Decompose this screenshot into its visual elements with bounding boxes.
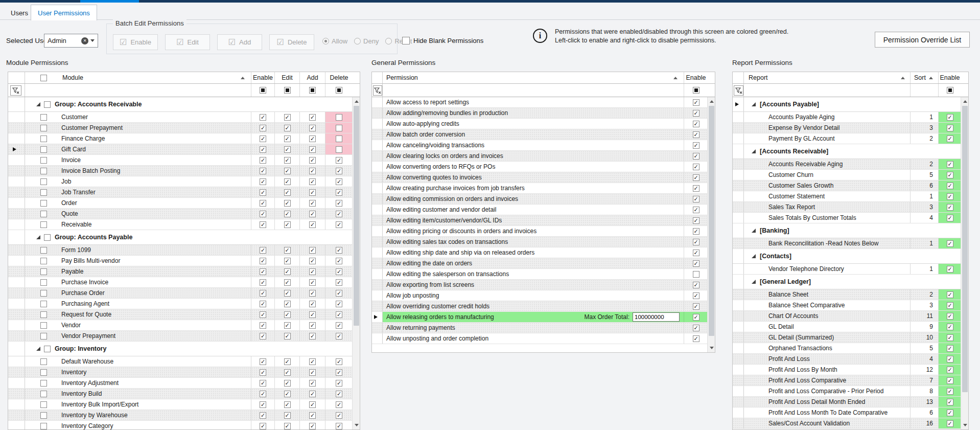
checkbox-checked[interactable]: ✓	[260, 146, 266, 153]
permission-cell-enable[interactable]: ✓	[251, 245, 274, 255]
report-row[interactable]: Profit and Loss Comparative - Prior Peri…	[733, 386, 968, 397]
module-row[interactable]: Purchase Invoice✓✓✓✓	[8, 277, 360, 288]
checkbox-checked[interactable]: ✓	[947, 291, 953, 298]
checkbox-checked[interactable]: ✓	[309, 146, 316, 153]
radio-circle-icon[interactable]	[354, 38, 361, 44]
hide-blank-checkbox[interactable]	[402, 37, 410, 44]
report-row[interactable]: Customer Statement1✓	[733, 191, 968, 202]
permission-cell-enable[interactable]: ✓	[251, 256, 274, 266]
clear-icon[interactable]: ✕	[81, 37, 88, 44]
checkbox-checked[interactable]: ✓	[260, 178, 266, 185]
checkbox-unchecked[interactable]	[336, 114, 342, 121]
permission-cell-delete[interactable]: ✓	[325, 266, 353, 277]
enable-cell[interactable]: ✓	[684, 247, 708, 258]
permission-cell-add[interactable]: ✓	[299, 187, 325, 197]
checkbox-checked[interactable]: ✓	[309, 369, 316, 376]
permission-cell-add[interactable]: ✓	[299, 399, 325, 410]
checkbox-checked[interactable]: ✓	[284, 258, 291, 264]
permission-cell-add[interactable]: ✓	[299, 219, 325, 230]
checkbox-unchecked[interactable]	[40, 290, 47, 297]
module-row[interactable]: Customer✓✓✓	[8, 112, 360, 123]
checkbox-checked[interactable]: ✓	[309, 333, 316, 340]
column-header-enable[interactable]: Enable	[684, 72, 708, 83]
checkbox-checked[interactable]: ✓	[309, 380, 316, 387]
general-permission-row[interactable]: Allow creating purchase invoices from jo…	[372, 183, 715, 194]
general-permission-row[interactable]: Allow batch order conversion✓	[372, 129, 715, 140]
checkbox-checked[interactable]: ✓	[309, 268, 316, 275]
permission-cell-add[interactable]: ✓	[299, 123, 325, 133]
checkbox-checked[interactable]: ✓	[260, 311, 266, 318]
general-permission-row[interactable]: Allow access to report settings✓	[372, 97, 715, 108]
permission-cell-add[interactable]: ✓	[299, 155, 325, 165]
enable-cell[interactable]: ✓	[684, 323, 708, 333]
enable-cell[interactable]: ✓	[684, 258, 708, 268]
select-all-checkbox[interactable]	[693, 87, 699, 94]
checkbox-unchecked[interactable]	[336, 146, 342, 153]
permission-cell-add[interactable]: ✓	[299, 410, 325, 420]
checkbox-checked[interactable]: ✓	[693, 121, 699, 127]
permission-cell-enable[interactable]: ✓	[251, 133, 274, 144]
enable-cell[interactable]: ✓	[938, 300, 961, 310]
report-row[interactable]: Balance Sheet2✓	[733, 289, 968, 300]
checkbox-checked[interactable]: ✓	[284, 178, 291, 185]
checkbox-checked[interactable]: ✓	[336, 211, 342, 217]
permission-cell-edit[interactable]: ✓	[274, 256, 299, 266]
checkbox-checked[interactable]: ✓	[336, 369, 342, 376]
checkbox-checked[interactable]: ✓	[260, 157, 266, 164]
permission-cell-delete[interactable]	[325, 123, 353, 133]
radio-allow[interactable]: Allow	[322, 37, 347, 45]
enable-cell[interactable]: ✓	[938, 322, 961, 332]
checkbox-checked[interactable]: ✓	[260, 380, 266, 387]
enable-cell[interactable]: ✓	[684, 183, 708, 193]
group-expander-icon[interactable]	[36, 102, 40, 106]
enable-cell[interactable]: ✓	[938, 397, 961, 407]
checkbox-checked[interactable]: ✓	[947, 114, 953, 121]
checkbox-checked[interactable]: ✓	[309, 311, 316, 318]
enable-cell[interactable]: ✓	[684, 215, 708, 225]
checkbox-checked[interactable]: ✓	[284, 189, 291, 196]
general-permission-row[interactable]: Allow editing the date on orders✓	[372, 258, 715, 269]
scroll-down-icon[interactable]	[961, 421, 969, 429]
module-row[interactable]: Job✓✓✓✓	[8, 176, 360, 187]
checkbox-checked[interactable]: ✓	[693, 131, 699, 138]
checkbox-checked[interactable]: ✓	[947, 410, 953, 416]
permission-cell-enable[interactable]: ✓	[251, 187, 274, 197]
report-row[interactable]: Profit And Loss Detail Month Ended13✓	[733, 397, 968, 408]
permission-cell-enable[interactable]: ✓	[251, 421, 274, 430]
radio-circle-icon[interactable]	[322, 38, 329, 44]
general-permission-row[interactable]: Allow editing item/customer/vendor/GL ID…	[372, 215, 715, 226]
checkbox-unchecked[interactable]	[40, 168, 47, 174]
general-permission-row[interactable]: Allow editing the salesperson on transac…	[372, 269, 715, 280]
module-row[interactable]: Request for Quote✓✓✓✓	[8, 309, 360, 320]
permission-cell-add[interactable]: ✓	[299, 245, 325, 255]
module-row[interactable]: Payable✓✓✓✓	[8, 266, 360, 277]
checkbox-unchecked[interactable]	[44, 234, 51, 241]
checkbox-checked[interactable]: ✓	[693, 110, 699, 117]
hide-blank-permissions[interactable]: Hide Blank Permissions	[402, 37, 483, 44]
checkbox-checked[interactable]: ✓	[947, 302, 953, 309]
checkbox-checked[interactable]: ✓	[309, 221, 316, 228]
enable-cell[interactable]: ✓	[938, 386, 961, 396]
checkbox-checked[interactable]: ✓	[284, 301, 291, 307]
max-order-total-input[interactable]	[633, 312, 680, 322]
general-permission-row[interactable]: Allow editing pricing or discounts in or…	[372, 226, 715, 237]
checkbox-checked[interactable]: ✓	[693, 207, 699, 213]
checkbox-checked[interactable]: ✓	[284, 125, 291, 131]
permission-cell-delete[interactable]: ✓	[325, 166, 353, 176]
permission-cell-enable[interactable]: ✓	[251, 299, 274, 309]
checkbox-unchecked[interactable]	[336, 135, 342, 142]
report-row[interactable]: Vendor Telephone Directory1✓	[733, 264, 968, 275]
checkbox-checked[interactable]: ✓	[693, 196, 699, 202]
checkbox-checked[interactable]: ✓	[284, 279, 291, 286]
filter-funnel-icon[interactable]	[373, 85, 382, 96]
batch-enable-button[interactable]: ☑Enable	[113, 34, 158, 50]
report-group-row[interactable]: [Accounts Receivable]	[733, 144, 968, 159]
checkbox-checked[interactable]: ✓	[260, 135, 266, 142]
report-row[interactable]: Customer Churn5✓	[733, 170, 968, 180]
sort-asc-icon[interactable]	[929, 77, 933, 79]
permission-cell-add[interactable]: ✓	[299, 166, 325, 176]
checkbox-checked[interactable]: ✓	[947, 215, 953, 221]
checkbox-checked[interactable]: ✓	[336, 380, 342, 387]
checkbox-checked[interactable]: ✓	[284, 168, 291, 174]
group-expander-icon[interactable]	[752, 280, 756, 284]
